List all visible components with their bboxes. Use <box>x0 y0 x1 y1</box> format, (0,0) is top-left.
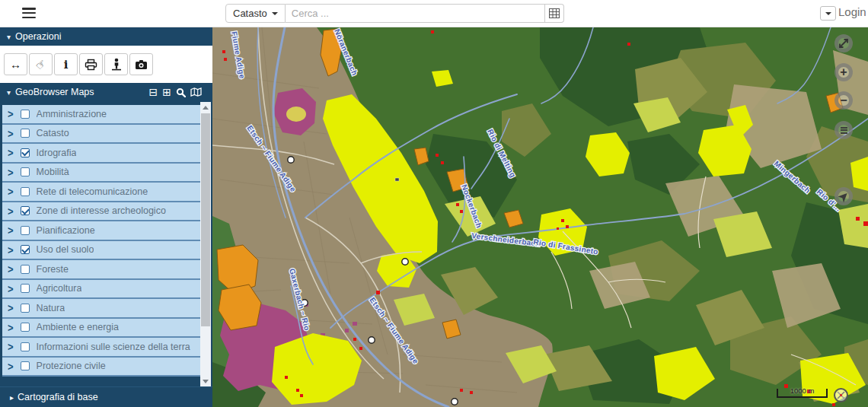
layer-checkbox[interactable] <box>21 110 30 119</box>
layer-row[interactable]: >Agricoltura <box>2 280 200 300</box>
street-view-person-icon <box>111 58 122 71</box>
collapse-all-icon[interactable]: ⊟ <box>149 87 158 97</box>
top-bar: Catasto Login <box>0 0 868 27</box>
expand-chevron-icon[interactable]: > <box>8 107 14 120</box>
screenshot-button[interactable] <box>129 53 153 75</box>
layer-row[interactable]: >Idrografia <box>2 144 200 164</box>
expand-chevron-icon[interactable]: > <box>8 166 14 179</box>
scroll-up-arrow[interactable] <box>200 102 211 113</box>
printer-icon <box>85 59 97 71</box>
layer-label: Rete di telecomunicazione <box>37 186 148 197</box>
layer-label: Uso del suolo <box>37 244 94 255</box>
search-bar: Catasto <box>225 4 564 23</box>
layer-row[interactable]: >Uso del suolo <box>2 241 200 261</box>
search-category-dropdown[interactable]: Catasto <box>225 4 286 23</box>
layer-row[interactable]: >Zone di interesse archeologico <box>2 202 200 222</box>
operations-panel-title: Operazioni <box>15 31 61 42</box>
layer-checkbox[interactable] <box>21 187 30 196</box>
zoom-out-button[interactable]: − <box>834 91 853 110</box>
layer-row[interactable]: >Catasto <box>2 125 200 145</box>
geolocate-button[interactable] <box>834 187 853 205</box>
layer-label: Natura <box>37 303 65 313</box>
info-button[interactable]: i <box>54 53 78 75</box>
layer-label: Informazioni sulle scienze della terra <box>37 342 190 352</box>
results-table-button[interactable] <box>545 4 564 23</box>
hamburger-menu-icon[interactable] <box>22 8 36 19</box>
layer-row[interactable]: >Natura <box>2 299 200 319</box>
caret-down-icon <box>825 12 831 15</box>
layer-row[interactable]: >Amministrazione <box>2 105 200 125</box>
operations-toolbar: ↔ ☞ i <box>0 46 212 83</box>
layer-label: Mobilità <box>37 167 69 177</box>
attribution-button[interactable] <box>834 388 848 402</box>
layer-list: >Amministrazione>Catasto>Idrografia>Mobi… <box>2 101 200 386</box>
maps-panel-tools: ⊟ ⊞ <box>149 87 202 97</box>
print-button[interactable] <box>79 53 103 75</box>
layer-checkbox[interactable] <box>21 129 30 138</box>
layer-checkbox[interactable] <box>21 304 30 313</box>
layer-row[interactable]: >Foreste <box>2 260 200 280</box>
scrollbar-thumb[interactable] <box>201 113 210 326</box>
zoom-extent-button[interactable] <box>834 34 853 52</box>
layer-checkbox[interactable] <box>21 342 30 351</box>
expand-chevron-icon[interactable]: > <box>8 185 14 198</box>
layer-label: Agricoltura <box>37 283 82 294</box>
expand-chevron-icon[interactable]: > <box>8 205 14 218</box>
layer-row[interactable]: >Mobilità <box>2 164 200 183</box>
account-dropdown-button[interactable] <box>820 6 836 21</box>
layer-row[interactable]: >Rete di telecomunicazione <box>2 183 200 202</box>
caret-down-icon <box>272 12 278 15</box>
login-link[interactable]: Login <box>838 5 866 18</box>
layer-checkbox[interactable] <box>21 226 30 235</box>
expand-caret-icon: ▸ <box>10 393 14 402</box>
collapse-caret-icon: ▾ <box>7 88 11 97</box>
expand-all-icon[interactable]: ⊞ <box>162 87 171 97</box>
layer-row[interactable]: >Informazioni sulle scienze della terra <box>2 338 200 358</box>
layer-checkbox-checked[interactable] <box>21 148 30 157</box>
expand-chevron-icon[interactable]: > <box>8 146 14 159</box>
expand-chevron-icon[interactable]: > <box>8 340 14 353</box>
expand-chevron-icon[interactable]: > <box>8 282 14 295</box>
hand-pointer-icon: ☞ <box>32 56 49 72</box>
map-viewport[interactable]: Fiume AdigeEtsch ~ Fiume AdigeEtsch ~ Fi… <box>212 27 868 407</box>
expand-chevron-icon[interactable]: > <box>8 301 14 314</box>
pan-button[interactable]: ↔ <box>4 53 27 75</box>
navigation-arrow-icon <box>838 191 849 202</box>
scale-label: 1000 m <box>778 386 826 395</box>
search-input[interactable] <box>286 4 545 23</box>
maps-panel-header[interactable]: ▾ GeoBrowser Maps ⊟ ⊞ <box>0 83 212 101</box>
layers-button[interactable] <box>834 121 853 139</box>
geobrowser-app: Catasto Login ▾ Operazioni <box>0 0 868 407</box>
layer-row[interactable]: >Protezione civile <box>2 358 200 377</box>
layer-row[interactable]: >Pianificazione <box>2 221 200 241</box>
layer-checkbox[interactable] <box>21 323 30 332</box>
table-grid-icon <box>549 8 560 18</box>
layer-row[interactable]: >Ambiente e energia <box>2 319 200 339</box>
layer-checkbox[interactable] <box>21 265 30 274</box>
search-layers-icon[interactable] <box>176 87 186 97</box>
layer-checkbox-checked[interactable] <box>21 245 30 254</box>
operations-panel-header[interactable]: ▾ Operazioni <box>0 27 212 46</box>
maps-panel-title: GeoBrowser Maps <box>15 87 94 97</box>
map-canvas: Fiume AdigeEtsch ~ Fiume AdigeEtsch ~ Fi… <box>212 27 868 407</box>
expand-chevron-icon[interactable]: > <box>8 127 14 140</box>
street-view-button[interactable] <box>104 53 128 75</box>
select-button[interactable]: ☞ <box>29 53 53 75</box>
expand-arrows-icon <box>838 38 849 49</box>
layer-checkbox[interactable] <box>21 284 30 293</box>
legend-map-icon[interactable] <box>190 87 202 97</box>
scroll-down-arrow[interactable] <box>200 376 211 386</box>
minus-icon: − <box>840 94 847 107</box>
expand-chevron-icon[interactable]: > <box>8 224 14 237</box>
layer-list-scrollbar[interactable] <box>200 102 211 386</box>
expand-chevron-icon[interactable]: > <box>8 321 14 334</box>
zoom-in-button[interactable]: + <box>834 63 853 81</box>
expand-chevron-icon[interactable]: > <box>8 262 14 275</box>
expand-chevron-icon[interactable]: > <box>8 243 14 256</box>
layer-checkbox[interactable] <box>21 167 30 176</box>
layer-checkbox[interactable] <box>21 361 30 370</box>
layer-label: Catasto <box>37 128 69 138</box>
base-cartography-header[interactable]: ▸ Cartografia di base <box>0 386 212 407</box>
expand-chevron-icon[interactable]: > <box>8 360 14 373</box>
layer-checkbox-checked[interactable] <box>21 206 30 215</box>
